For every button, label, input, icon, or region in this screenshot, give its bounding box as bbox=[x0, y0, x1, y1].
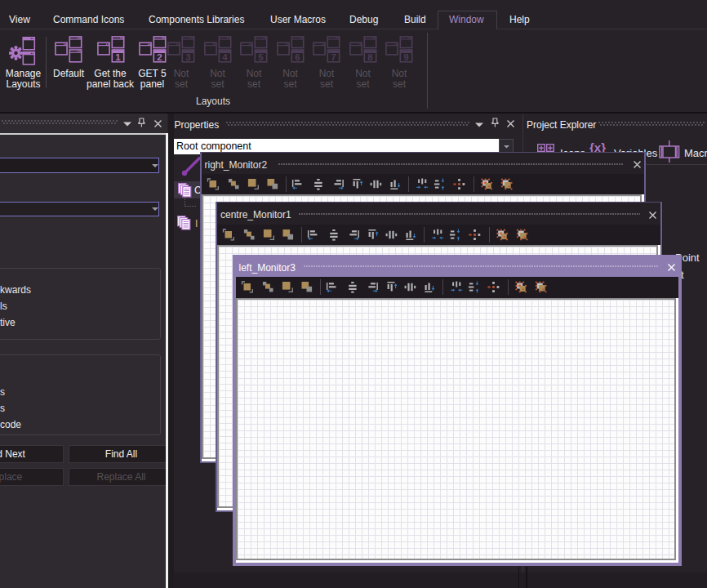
svg-text:1: 1 bbox=[115, 52, 121, 62]
svg-text:3: 3 bbox=[185, 52, 190, 62]
svg-text:6: 6 bbox=[295, 52, 300, 62]
svg-text:2: 2 bbox=[157, 52, 162, 62]
svg-text:4: 4 bbox=[222, 52, 228, 62]
svg-text:7: 7 bbox=[331, 52, 336, 62]
svg-text:5: 5 bbox=[258, 52, 264, 62]
svg-text:9: 9 bbox=[403, 52, 408, 62]
svg-text:8: 8 bbox=[367, 52, 373, 62]
